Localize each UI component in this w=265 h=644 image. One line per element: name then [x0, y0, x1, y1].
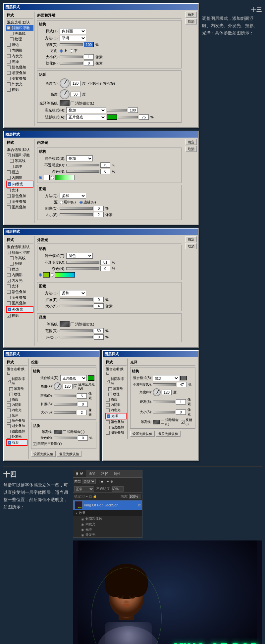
ig-source-edge[interactable]: 边缘(G) [80, 200, 96, 205]
gloss-reset-default[interactable]: 复位为默认值 [156, 431, 181, 437]
og-cb-outer-glow[interactable] [8, 308, 11, 311]
style-gradient-overlay[interactable]: 渐变叠加 [6, 70, 33, 76]
style-pattern-overlay[interactable]: 图案叠加 [6, 76, 33, 81]
og-size-slider[interactable] [60, 305, 93, 307]
highlight-opacity-input[interactable] [128, 107, 138, 113]
og-cb-bevel[interactable] [7, 251, 11, 254]
gloss-cb-texture[interactable] [108, 393, 112, 396]
direction-up[interactable]: 上 [60, 48, 67, 53]
ig-source-center[interactable]: 居中(E) [60, 200, 76, 205]
gloss-cb-pattern-overlay[interactable] [106, 431, 110, 435]
shadow-blend-options[interactable]: 混合选项:默认 [6, 366, 27, 376]
checkbox-contour[interactable] [10, 32, 14, 35]
gloss-cb-contour[interactable] [108, 387, 112, 391]
og-method-select[interactable]: 柔和 [60, 290, 86, 296]
tab-channels[interactable]: 通道 [86, 470, 98, 477]
fill-input[interactable] [129, 494, 141, 499]
global-light-check[interactable] [87, 82, 90, 85]
og-texture[interactable]: 纹理 [6, 261, 33, 267]
style-stroke[interactable]: 描边 [6, 42, 33, 48]
gloss-distance-slider[interactable] [153, 401, 175, 403]
shadow-cb-outer-glow[interactable] [7, 435, 11, 439]
cancel-button-og[interactable]: 取消 [186, 243, 197, 249]
og-jitter-input[interactable] [94, 334, 104, 340]
ig-checkbox-inner-glow[interactable] [8, 182, 11, 186]
ig-solid-swatch[interactable] [43, 175, 50, 180]
tab-paths[interactable]: 路径 [98, 470, 111, 477]
og-gradient-swatch[interactable] [55, 272, 75, 278]
ig-size-input[interactable] [94, 212, 104, 217]
og-stroke[interactable]: 描边 [6, 267, 33, 272]
og-anti-alias-check[interactable] [71, 322, 74, 326]
filter-select[interactable]: 类型 [82, 479, 96, 484]
opacity-input[interactable] [112, 486, 124, 492]
checkbox-pattern-overlay[interactable] [7, 77, 11, 80]
shadow-anti-alias-check[interactable] [63, 430, 66, 434]
og-opacity-slider[interactable] [66, 261, 99, 264]
og-radio-gradient[interactable] [51, 273, 54, 277]
og-size-input[interactable] [94, 303, 104, 309]
shadow-size-input[interactable] [77, 410, 87, 415]
gloss-cb-gradient-overlay[interactable] [106, 426, 110, 429]
og-solid-swatch[interactable] [43, 272, 50, 278]
shadow-cb-gradient-overlay[interactable] [7, 424, 11, 428]
shadow-angle-input[interactable] [63, 384, 73, 389]
checkbox-gradient-overlay[interactable] [7, 71, 11, 75]
checkbox-color-overlay[interactable] [7, 65, 11, 69]
checkbox-outer-glow[interactable] [7, 82, 11, 86]
og-radio-solid[interactable] [39, 273, 42, 277]
ig-pattern-overlay[interactable]: 图案叠加 [6, 204, 33, 210]
gloss-anti-alias-check[interactable] [161, 420, 164, 424]
anti-alias-check[interactable] [71, 102, 74, 105]
shadow-color-swatch[interactable] [107, 114, 117, 120]
style-texture[interactable]: 纹理 [6, 36, 33, 42]
shadow-bevel[interactable]: 斜面和浮雕 [6, 376, 27, 386]
shadow-global-light-check[interactable] [74, 384, 77, 388]
og-gradient-overlay[interactable]: 渐变叠加 [6, 295, 33, 300]
direction-down[interactable]: 下 [70, 48, 78, 53]
checkbox-drop-shadow[interactable] [7, 88, 11, 92]
og-noise-slider[interactable] [66, 267, 99, 270]
shadow-stroke[interactable]: 描边 [6, 397, 27, 402]
og-drop-shadow[interactable]: 投影 [6, 313, 33, 319]
style-satin[interactable]: 光泽 [6, 59, 33, 64]
shadow-blend-select[interactable]: 正片叠底 [60, 375, 87, 381]
ig-checkbox-bevel[interactable] [7, 153, 11, 157]
style-inner-shadow[interactable]: 内阴影 [6, 48, 33, 53]
angle-dial[interactable] [60, 78, 70, 88]
shadow-drop-shadow[interactable]: 投影 [6, 439, 27, 446]
ig-opacity-slider[interactable] [66, 164, 99, 166]
gloss-inner-shadow[interactable]: 内阴影 [105, 402, 127, 408]
og-jitter-slider[interactable] [60, 336, 93, 338]
ig-stroke[interactable]: 描边 [6, 169, 33, 175]
shadow-knockout-check[interactable] [33, 442, 36, 446]
ig-checkbox-inner-shadow[interactable] [7, 176, 11, 180]
og-contour[interactable]: 等高线 [6, 255, 33, 261]
checkbox-texture[interactable] [10, 37, 14, 41]
gloss-blend-select[interactable]: 叠加 [153, 375, 179, 381]
ig-checkbox-contour[interactable] [10, 159, 14, 163]
ig-inner-shadow[interactable]: 内阴影 [6, 175, 33, 181]
altitude-input[interactable] [71, 92, 80, 97]
ig-radio-gradient[interactable] [51, 176, 54, 179]
ig-opacity-input[interactable] [100, 162, 110, 168]
altitude-dial[interactable] [60, 89, 70, 99]
gloss-size-slider[interactable] [153, 411, 175, 413]
highlight-mode-select[interactable]: 叠加 [66, 107, 106, 113]
ok-button-bevel[interactable]: 确定 [186, 12, 197, 18]
og-color-overlay[interactable]: 颜色叠加 [6, 289, 33, 295]
checkbox-stroke[interactable] [7, 43, 11, 47]
style-drop-shadow[interactable]: 投影 [6, 87, 33, 93]
shadow-cb-bevel[interactable] [7, 380, 11, 383]
og-cb-stroke[interactable] [7, 268, 11, 271]
soften-slider[interactable] [60, 62, 83, 64]
shadow-color-swatch[interactable] [88, 375, 94, 381]
checkbox-inner-glow[interactable] [7, 54, 11, 58]
gloss-invert-check[interactable] [181, 420, 185, 424]
depth-input[interactable] [84, 42, 94, 47]
ig-checkbox-stroke[interactable] [7, 170, 11, 174]
og-range-slider[interactable] [60, 329, 93, 332]
layer-king-row[interactable]: KOP King Of Pop JackSon ... fx [73, 500, 142, 510]
ig-choke-input[interactable] [94, 206, 104, 211]
og-spread-slider[interactable] [60, 298, 93, 301]
